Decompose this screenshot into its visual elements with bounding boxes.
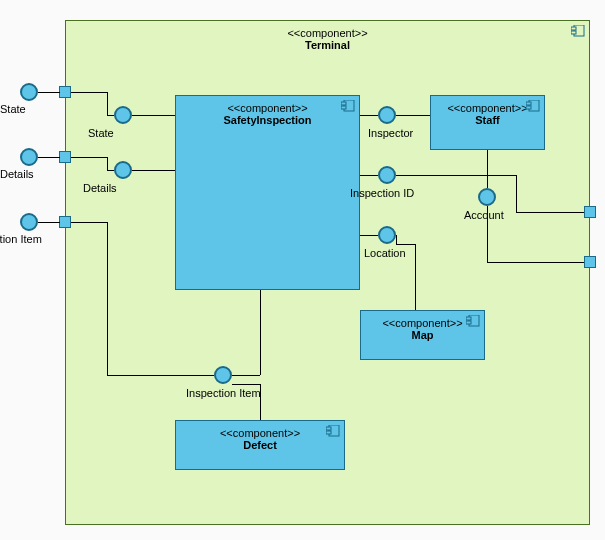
item-int-label: Inspection Item (186, 387, 261, 399)
map-name: Map (361, 329, 484, 341)
connector (232, 375, 260, 376)
svg-rect-7 (526, 102, 531, 105)
item-ext-iface[interactable] (20, 213, 38, 231)
safety-inspection-component[interactable]: <<component>> SafetyInspection (175, 95, 360, 290)
defect-component[interactable]: <<component>> Defect (175, 420, 345, 470)
connector (232, 384, 260, 385)
map-component[interactable]: <<component>> Map (360, 310, 485, 360)
details-int-label: Details (83, 182, 117, 194)
item-ext-label: ection Item (0, 233, 42, 245)
connector (487, 150, 488, 188)
connector (107, 170, 114, 171)
connector (487, 206, 488, 262)
svg-rect-14 (326, 431, 331, 434)
connector (396, 115, 430, 116)
connector (396, 175, 516, 176)
location-label: Location (364, 247, 406, 259)
port-details[interactable] (59, 151, 71, 163)
port-state[interactable] (59, 86, 71, 98)
component-icon (571, 25, 585, 37)
connector (260, 290, 261, 375)
svg-rect-10 (466, 317, 471, 320)
component-icon (341, 100, 355, 112)
details-ext-iface[interactable] (20, 148, 38, 166)
svg-rect-8 (526, 106, 531, 109)
inspection-id-label: Inspection ID (350, 187, 414, 199)
connector (132, 115, 175, 116)
connector (487, 262, 584, 263)
account-iface[interactable] (478, 188, 496, 206)
connector (360, 175, 378, 176)
connector (107, 92, 108, 115)
connector (396, 235, 397, 244)
terminal-name: Terminal (66, 39, 589, 51)
connector (107, 222, 108, 375)
details-ext-label: Details (0, 168, 34, 180)
connector (71, 92, 107, 93)
connector (360, 115, 378, 116)
details-int-iface[interactable] (114, 161, 132, 179)
connector (38, 222, 60, 223)
defect-name: Defect (176, 439, 344, 451)
connector (71, 222, 107, 223)
connector (516, 212, 584, 213)
account-label: Account (464, 209, 504, 221)
connector (396, 244, 415, 245)
staff-component[interactable]: <<component>> Staff (430, 95, 545, 150)
component-icon (466, 315, 480, 327)
item-int-iface[interactable] (214, 366, 232, 384)
location-iface[interactable] (378, 226, 396, 244)
component-icon (326, 425, 340, 437)
connector (71, 157, 107, 158)
terminal-header: <<component>> Terminal (66, 21, 589, 51)
connector (38, 92, 60, 93)
connector (107, 157, 108, 170)
connector (132, 170, 175, 171)
safety-name: SafetyInspection (176, 114, 359, 126)
connector (360, 235, 378, 236)
connector (516, 175, 517, 212)
svg-rect-11 (466, 321, 471, 324)
connector (260, 384, 261, 420)
svg-rect-1 (571, 27, 576, 30)
port-right-2[interactable] (584, 256, 596, 268)
diagram-canvas: <<component>> Terminal <<component>> Saf… (0, 0, 605, 540)
connector (38, 157, 60, 158)
connector (415, 244, 416, 310)
connector (107, 115, 114, 116)
connector (107, 375, 214, 376)
svg-rect-2 (571, 31, 576, 34)
inspector-iface[interactable] (378, 106, 396, 124)
port-right-1[interactable] (584, 206, 596, 218)
state-int-iface[interactable] (114, 106, 132, 124)
state-ext-iface[interactable] (20, 83, 38, 101)
defect-stereotype: <<component>> (176, 421, 344, 439)
terminal-stereotype: <<component>> (66, 27, 589, 39)
state-int-label: State (88, 127, 114, 139)
port-item[interactable] (59, 216, 71, 228)
component-icon (526, 100, 540, 112)
inspection-id-iface[interactable] (378, 166, 396, 184)
state-ext-label: State (0, 103, 26, 115)
staff-name: Staff (431, 114, 544, 126)
svg-rect-4 (341, 102, 346, 105)
safety-stereotype: <<component>> (176, 96, 359, 114)
svg-rect-13 (326, 427, 331, 430)
svg-rect-5 (341, 106, 346, 109)
inspector-label: Inspector (368, 127, 413, 139)
